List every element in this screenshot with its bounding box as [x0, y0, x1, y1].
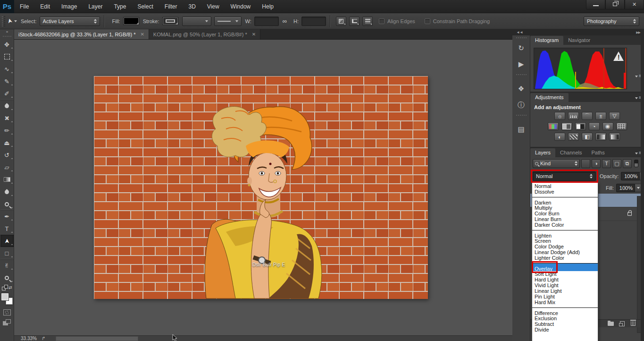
panel-tab[interactable]: Layers	[530, 148, 555, 157]
options-grip[interactable]	[2, 16, 5, 26]
delete-layer-icon[interactable]	[631, 321, 636, 326]
document-canvas[interactable]: Dslr Bulr Pip E	[94, 76, 428, 299]
rectangle-tool[interactable]: □	[0, 247, 14, 259]
adjustment-vibrance-icon[interactable]: ▽	[609, 112, 620, 120]
dock-grip[interactable]	[516, 37, 527, 38]
minimize-button[interactable]	[586, 0, 605, 9]
adjustment-color-balance-icon[interactable]	[561, 122, 572, 130]
blend-mode-option[interactable]: Lighten	[532, 230, 598, 238]
blend-mode-option[interactable]: Lighter Color	[532, 255, 598, 261]
adjustment-black-white-icon[interactable]	[575, 122, 586, 130]
panel-tab[interactable]: Paths	[587, 148, 610, 157]
foreground-color-swatch[interactable]	[1, 293, 8, 300]
fill-swatch[interactable]	[123, 17, 139, 25]
menu-item[interactable]: Window	[225, 0, 257, 13]
panel-tab[interactable]: Histogram	[530, 36, 563, 45]
path-selection-tool[interactable]: ➤	[0, 235, 14, 247]
height-input[interactable]	[301, 17, 326, 26]
document-tab[interactable]: iStock-468632066.jpg @ 33.3% (Layer 1, R…	[14, 29, 149, 39]
adjustment-gradient-map-icon[interactable]	[595, 133, 606, 141]
type-tool[interactable]: T	[0, 222, 14, 235]
close-tab-icon[interactable]: ✕	[140, 32, 144, 37]
path-arrangement-button[interactable]	[362, 17, 373, 26]
properties-panel-icon[interactable]: ❖	[513, 81, 530, 97]
adjustment-threshold-icon[interactable]: ◧	[582, 133, 593, 141]
adjustment-brightness-contrast-icon[interactable]: ☼	[554, 112, 565, 120]
eyedropper-tool[interactable]	[0, 100, 14, 112]
color-swatches[interactable]	[1, 293, 13, 305]
link-dimensions-icon[interactable]: ∞	[283, 17, 287, 25]
filter-pixel-layers-icon[interactable]	[581, 159, 590, 168]
hand-tool[interactable]: ✌	[0, 259, 14, 272]
restore-button[interactable]	[605, 0, 625, 9]
filter-shape-layers-icon[interactable]: ▢	[612, 159, 621, 168]
rectangular-marquee-tool[interactable]	[0, 51, 14, 63]
adjustment-curves-icon[interactable]: ⌒	[582, 112, 593, 120]
align-edges-checkbox[interactable]: Align Edges	[379, 18, 415, 24]
blend-mode-option[interactable]: Linear Burn	[532, 216, 598, 222]
blend-mode-option[interactable]: Linear Dodge (Add)	[532, 249, 598, 255]
menu-item[interactable]: Edit	[34, 0, 56, 13]
menu-item[interactable]: Image	[56, 0, 83, 13]
blend-mode-option[interactable]: Hard Light	[532, 277, 598, 282]
blend-mode-option[interactable]: Hard Mix	[532, 299, 598, 305]
select-mode-dropdown[interactable]: Active Layers	[40, 17, 100, 26]
panel-tab[interactable]: Adjustments	[530, 93, 569, 102]
adjustment-levels-icon[interactable]	[568, 112, 579, 120]
stroke-width-dropdown[interactable]	[182, 17, 211, 26]
filter-type-layers-icon[interactable]: T	[602, 159, 611, 168]
move-tool[interactable]: ✥	[0, 38, 14, 51]
adjustment-channel-mixer-icon[interactable]: ◉	[602, 122, 613, 130]
menu-item[interactable]: Select	[132, 0, 159, 13]
history-brush-tool[interactable]: ↺	[0, 149, 14, 161]
close-button[interactable]: ✕	[625, 0, 644, 9]
adjustment-hue-saturation-icon[interactable]	[548, 122, 559, 130]
filter-toggle-icon[interactable]	[634, 160, 638, 167]
filter-kind-dropdown[interactable]: Kind	[533, 159, 580, 168]
blend-mode-option[interactable]: Exclusion	[532, 315, 598, 321]
new-group-icon[interactable]	[608, 322, 614, 326]
blend-mode-option[interactable]: Multiply	[532, 205, 598, 211]
blend-mode-option[interactable]: Pin Light	[532, 294, 598, 299]
adjustment-exposure-icon[interactable]: ±	[595, 112, 606, 120]
brush-tool[interactable]: ✏	[0, 124, 14, 136]
blend-mode-option[interactable]: Overlay	[532, 263, 598, 271]
close-tab-icon[interactable]: ✕	[252, 32, 256, 37]
document-tab[interactable]: KOMAL.png @ 50% (Layer 1, RGB/8#) *✕	[149, 29, 260, 39]
screen-mode-button[interactable]	[3, 319, 11, 325]
blend-mode-option[interactable]: Divide	[532, 327, 598, 332]
zoom-tool[interactable]	[0, 272, 14, 284]
stroke-swatch[interactable]	[162, 17, 178, 25]
panel-tab[interactable]: Channels	[555, 148, 586, 157]
blend-mode-option[interactable]: Darken	[532, 197, 598, 205]
zoom-level-text[interactable]: 33.33%	[21, 336, 37, 341]
info-panel-icon[interactable]: ⓘ	[513, 97, 530, 113]
quick-selection-tool[interactable]: ✎	[0, 75, 14, 87]
menu-item[interactable]: Layer	[83, 0, 108, 13]
width-input[interactable]	[254, 17, 279, 26]
crop-tool[interactable]: ✐	[0, 87, 14, 100]
constrain-path-dragging-checkbox[interactable]: Constrain Path Dragging	[425, 18, 490, 24]
path-operations-button[interactable]	[336, 17, 346, 26]
blend-mode-option[interactable]: Difference	[532, 307, 598, 315]
menu-item[interactable]: Type	[108, 0, 132, 13]
path-alignment-button[interactable]	[349, 17, 360, 26]
status-arrow-icon[interactable]: ↱	[42, 336, 45, 341]
blend-mode-dropdown[interactable]: Normal	[533, 171, 596, 181]
toolbar-collapse-icon[interactable]: »	[6, 29, 8, 35]
adjustment-color-lookup-icon[interactable]	[616, 122, 627, 130]
menu-item[interactable]: Filter	[159, 0, 183, 13]
blend-mode-option[interactable]: Screen	[532, 238, 598, 244]
blend-mode-option[interactable]: Subtract	[532, 321, 598, 327]
menu-item[interactable]: 3D	[183, 0, 201, 13]
menu-item[interactable]: Help	[256, 0, 279, 13]
history-panel-icon[interactable]: ↻	[513, 40, 530, 56]
workspace-dropdown[interactable]: Photography	[584, 17, 639, 26]
stroke-type-dropdown[interactable]	[214, 17, 242, 26]
menu-item[interactable]: File	[14, 0, 34, 13]
tool-preset-caret-icon[interactable]	[14, 20, 17, 22]
actions-panel-icon[interactable]: ▶	[513, 56, 530, 72]
gradient-tool[interactable]	[0, 173, 14, 186]
panel-tab[interactable]: Navigator	[563, 36, 595, 45]
expand-panels-icon[interactable]: ▶▶	[636, 31, 640, 34]
